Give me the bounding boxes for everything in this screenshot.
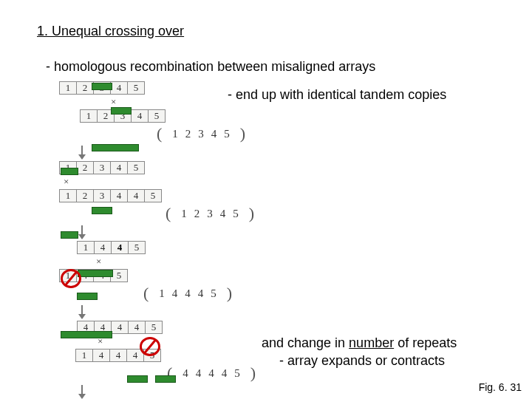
array-cell: 1 xyxy=(59,81,77,95)
figure-ref: Fig. 6. 31 xyxy=(479,381,522,393)
paren-value: 4 xyxy=(220,208,226,220)
array-cell: 5 xyxy=(128,241,146,254)
highlight-bar xyxy=(155,375,176,383)
array-cell: 1 xyxy=(59,189,77,202)
paren-value: 4 xyxy=(208,367,214,380)
array-cell: 4 xyxy=(92,349,110,362)
highlight-bar xyxy=(78,270,113,277)
highlight-bar xyxy=(77,293,98,300)
array-cell: 4 xyxy=(110,189,128,202)
down-arrow-icon xyxy=(81,225,83,239)
paren-value: 3 xyxy=(207,208,213,220)
text-fragment: of repeats xyxy=(394,335,457,350)
array-cell: 1 xyxy=(80,109,98,123)
array-cell: 4 xyxy=(109,349,127,362)
array-row: 1445 xyxy=(77,241,310,254)
array-cell: 5 xyxy=(127,81,145,95)
cross-marker: × xyxy=(59,256,310,267)
array-cell: 4 xyxy=(128,321,146,334)
array-cell: 4 xyxy=(111,321,129,334)
crossing-over-diagram: 12345 × 12345 (12345) 12345 × 123445 (12… xyxy=(59,81,310,399)
paren-value: 1 xyxy=(172,128,178,140)
paren-value: 5 xyxy=(224,128,230,140)
array-row: 12345 xyxy=(59,161,310,174)
highlight-bar xyxy=(127,375,148,383)
paren-value: 1 xyxy=(181,208,187,220)
array-cell: 4 xyxy=(110,161,128,174)
array-cell: 2 xyxy=(76,189,94,202)
paren-value: 5 xyxy=(234,367,240,380)
highlight-bar xyxy=(61,231,78,239)
highlight-bar xyxy=(92,207,112,214)
paren-value: 4 xyxy=(196,367,202,380)
cross-marker: × xyxy=(59,176,310,188)
paren-value: 2 xyxy=(185,128,191,140)
highlight-bar xyxy=(92,83,112,90)
paren-value: 4 xyxy=(183,367,188,380)
paren-value: 5 xyxy=(233,208,239,220)
array-cell: 5 xyxy=(148,109,166,123)
array-cell: 3 xyxy=(93,161,111,174)
paren-result: (14445) xyxy=(139,284,310,303)
array-cell: 5 xyxy=(145,321,163,334)
paren-value: 4 xyxy=(211,128,217,140)
array-cell: 4 xyxy=(110,81,128,95)
paren-result: (44445) xyxy=(163,364,310,383)
array-cell: 4 xyxy=(94,241,112,254)
down-arrow-icon xyxy=(81,305,83,318)
array-cell: 1 xyxy=(75,349,93,362)
array-cell: 5 xyxy=(144,189,162,202)
forbidden-icon xyxy=(61,269,81,288)
array-cell: 1 xyxy=(77,241,95,254)
paren-value: 4 xyxy=(222,367,228,380)
paren-value: 3 xyxy=(198,128,204,140)
array-cell: 5 xyxy=(127,161,145,174)
subtitle-recombination: - homologous recombination between misal… xyxy=(46,59,375,75)
paren-result: (12345) xyxy=(152,124,310,143)
page-title: 1. Unequal crossing over xyxy=(37,24,184,39)
array-cell: 4 xyxy=(127,189,145,202)
array-row: 123445 xyxy=(59,189,310,202)
paren-value: 4 xyxy=(198,287,204,300)
highlight-bar xyxy=(92,144,139,151)
highlight-bar xyxy=(61,168,78,175)
array-cell: 3 xyxy=(93,189,111,202)
down-arrow-icon xyxy=(81,385,83,398)
text-number-underlined: number xyxy=(349,335,394,350)
paren-value: 4 xyxy=(172,287,178,300)
down-arrow-icon xyxy=(81,146,83,159)
paren-value: 1 xyxy=(159,287,165,300)
highlight-bar xyxy=(111,107,132,115)
paren-value: 4 xyxy=(185,287,191,300)
cross-marker: × xyxy=(59,96,310,108)
array-cell: 4 xyxy=(111,241,129,254)
paren-result: (12345) xyxy=(161,204,310,223)
paren-value: 2 xyxy=(194,208,200,220)
highlight-bar xyxy=(61,331,112,338)
array-row: 14445 xyxy=(75,349,310,362)
paren-value: 5 xyxy=(211,287,216,300)
forbidden-icon xyxy=(140,337,160,356)
array-cell: 4 xyxy=(131,109,149,123)
array-cell: 2 xyxy=(76,161,94,174)
